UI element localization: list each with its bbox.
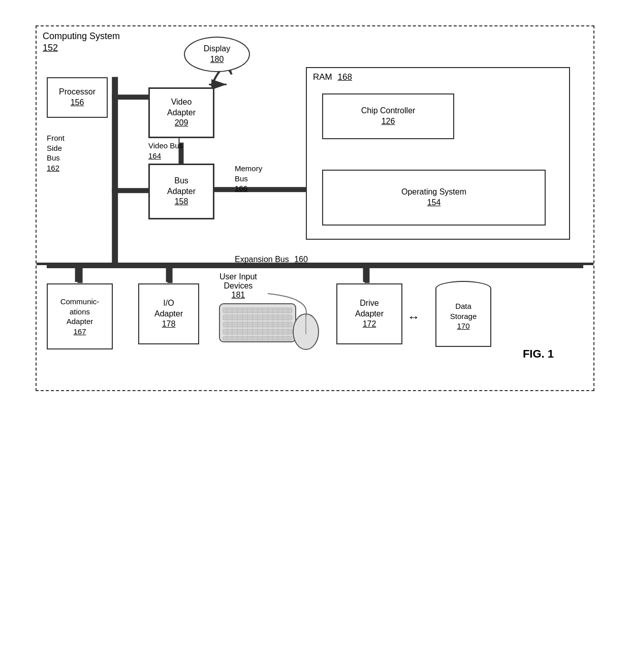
double-arrow-icon: ↔ [407,310,420,324]
expansion-bus-label: Expansion Bus 160 [235,255,308,264]
cylinder-shape: DataStorage 170 [435,281,491,347]
drive-adapter-number: 172 [355,319,384,330]
io-adapter-label: I/OAdapter [154,298,183,319]
video-adapter-label: VideoAdapter [167,97,196,118]
outer-diagram-box: Computing System 152 [36,25,594,391]
processor-box: Processor 156 [47,77,108,118]
front-side-bus-number: 162 [47,163,65,173]
ram-text: RAM [313,72,332,82]
page: Computing System 152 [0,0,630,672]
comm-adapter-box: Communic-ationsAdapter 167 [47,283,113,349]
display-label: Display [204,44,230,54]
comm-adapter-label: Communic-ationsAdapter [60,297,100,327]
expansion-bus-number: 160 [294,255,308,264]
data-storage-number: 170 [435,321,491,331]
ram-box: RAM 168 Chip Controller 126 Operating Sy… [306,67,570,240]
video-adapter-box: VideoAdapter 209 [148,87,214,138]
bus-adapter-box: BusAdapter 158 [148,164,214,219]
chip-controller-box: Chip Controller 126 [322,93,454,139]
data-storage-label: DataStorage 170 [435,301,491,331]
processor-label: Processor [59,87,96,98]
user-input-text: User InputDevices [219,272,257,291]
video-bus-text: Video Bus [148,141,183,151]
expansion-bus-line [47,264,583,268]
memory-bus-number: 166 [235,183,262,194]
io-adapter-box: I/OAdapter 178 [138,283,199,344]
display-oval: Display 180 [184,37,250,72]
keyboard-mouse-illustration [217,289,324,349]
video-adapter-number: 209 [167,118,196,129]
data-storage: DataStorage 170 [433,278,494,349]
processor-number: 156 [59,98,96,108]
figure-label: FIG. 1 [523,347,554,361]
expansion-bus-text: Expansion Bus [235,255,289,264]
io-adapter-number: 178 [154,319,183,330]
video-bus-label: Video Bus 164 [148,141,183,161]
drive-adapter-box: DriveAdapter 172 [336,283,402,344]
chip-controller-number: 126 [361,116,416,127]
bus-adapter-label: BusAdapter [167,176,196,197]
operating-system-label: Operating System [401,187,466,198]
front-side-bus-text: FrontSideBus [47,133,65,163]
drive-adapter-label: DriveAdapter [355,298,384,319]
data-storage-text: DataStorage [435,301,491,321]
comm-adapter-number: 167 [60,327,100,337]
memory-bus-text: MemoryBus [235,164,262,183]
display-number: 180 [204,54,230,65]
lower-section: Communic-ationsAdapter 167 I/OAdapter 17… [37,268,593,390]
ram-label: RAM 168 [313,72,352,82]
front-side-bus-label: FrontSideBus 162 [47,133,65,173]
chip-controller-label: Chip Controller [361,106,416,116]
bus-adapter-number: 158 [167,197,196,207]
ram-number: 168 [338,72,352,82]
operating-system-box: Operating System 154 [322,170,546,226]
video-bus-number: 164 [148,151,183,161]
operating-system-number: 154 [401,198,466,208]
memory-bus-label: MemoryBus 166 [235,164,262,194]
